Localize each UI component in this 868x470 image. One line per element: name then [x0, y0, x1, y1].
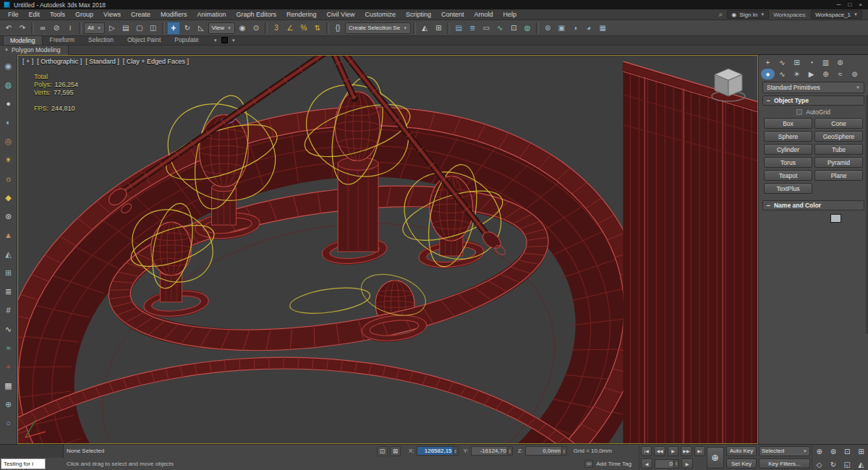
go-to-end-button[interactable]: ▶| — [694, 446, 705, 456]
undo-icon[interactable]: ↶ — [2, 22, 15, 35]
ribbon-overflow-caret-icon[interactable]: ▼ — [213, 38, 218, 43]
sphere-icon[interactable]: ◐ — [1, 115, 16, 129]
curve-editor-icon[interactable]: ∿ — [493, 22, 506, 35]
menu-help[interactable]: Help — [498, 9, 522, 20]
selection-set-dropdown[interactable]: Selected▼ — [759, 446, 810, 456]
daylight-icon[interactable]: ☼ — [1, 171, 16, 186]
layer-explorer-icon[interactable]: ≣ — [466, 22, 479, 35]
ribbon-tab-object-paint[interactable]: Object Paint — [121, 35, 167, 45]
grid-icon[interactable]: ▦ — [1, 378, 16, 393]
angle-snap-icon[interactable]: ∠ — [284, 22, 297, 35]
viewport-menu-plus[interactable]: [ + ] — [22, 58, 33, 65]
primitive-button-geosphere[interactable]: GeoSphere — [814, 131, 863, 142]
z-coordinate-field[interactable]: 0,0mm▲▼ — [525, 446, 567, 456]
zoom-icon[interactable]: ⊕ — [814, 446, 825, 457]
menu-animation[interactable]: Animation — [192, 9, 231, 20]
selection-filter-dropdown[interactable]: All▼ — [84, 22, 105, 34]
x-coordinate-field[interactable]: 126582,15▲▼ — [417, 446, 459, 456]
snowflake-icon[interactable]: ⊛ — [1, 209, 16, 223]
viewport-menu-shading[interactable]: [ Clay + Edged Faces ] — [123, 58, 189, 65]
select-and-rotate-icon[interactable]: ↻ — [181, 22, 194, 35]
align-tool-icon[interactable]: ⊕ — [1, 397, 16, 411]
add-time-tag[interactable]: ▭ Add Time Tag — [584, 460, 639, 468]
cone-icon[interactable]: ▲ — [1, 228, 16, 242]
mirror-icon[interactable]: ◭ — [418, 22, 431, 35]
edit-named-selection-sets-icon[interactable]: {} — [331, 22, 344, 35]
object-color-swatch[interactable] — [830, 214, 841, 223]
autogrid-checkbox[interactable] — [796, 109, 802, 115]
y-coordinate-field[interactable]: -16124,70▲▼ — [471, 446, 513, 456]
primitive-button-plane[interactable]: Plane — [814, 170, 863, 181]
menu-arnold[interactable]: Arnold — [469, 9, 498, 20]
space-warps-category[interactable]: ≈ — [833, 69, 847, 80]
ribbon-options-caret-icon[interactable]: ▼ — [231, 38, 236, 43]
menu-tools[interactable]: Tools — [45, 9, 70, 20]
isolate-selection-icon[interactable]: ⊡ — [377, 446, 388, 456]
display-tab[interactable]: ▥ — [819, 57, 833, 68]
ribbon-tab-populate[interactable]: Populate — [168, 35, 205, 45]
zoom-region-icon[interactable]: ⊞ — [855, 446, 867, 457]
primitive-button-box[interactable]: Box — [764, 118, 812, 129]
previous-frame-button[interactable]: ◀◀ — [654, 446, 665, 456]
cameras-category[interactable]: ▶ — [804, 69, 818, 80]
camera-icon[interactable]: ◉ — [1, 59, 16, 73]
primitive-button-textplus[interactable]: TextPlus — [764, 183, 812, 194]
unlink-selection-icon[interactable]: ⊘ — [50, 22, 63, 35]
geometry-category[interactable]: ● — [761, 69, 775, 80]
key-filters-button[interactable]: Key Filters... — [759, 458, 810, 469]
primitive-button-cone[interactable]: Cone — [814, 118, 863, 129]
spline-icon[interactable]: ∿ — [1, 322, 16, 336]
reference-coordinate-dropdown[interactable]: View▼ — [208, 22, 235, 34]
next-frame-button[interactable]: ▶▶ — [681, 446, 692, 456]
render-in-cloud-icon[interactable]: ▦ — [596, 22, 609, 35]
rectangular-selection-icon[interactable]: ▢ — [133, 22, 146, 35]
pan-icon[interactable]: ◇ — [814, 459, 825, 470]
wind-icon[interactable]: ≈ — [1, 341, 16, 355]
auto-key-button[interactable]: Auto Key — [726, 446, 757, 456]
zoom-all-icon[interactable]: ⊛ — [827, 446, 839, 457]
redo-icon[interactable]: ↷ — [16, 22, 29, 35]
current-frame-field[interactable]: 0▲▼ — [655, 459, 679, 469]
select-by-name-icon[interactable]: ▤ — [119, 22, 132, 35]
shapes-category[interactable]: ∿ — [775, 69, 789, 80]
render-production-icon[interactable]: ◑ — [569, 22, 582, 35]
menu-civil-view[interactable]: Civil View — [322, 9, 360, 20]
menu-modifiers[interactable]: Modifiers — [156, 9, 192, 20]
world-icon[interactable]: ○ — [1, 416, 16, 430]
array-icon[interactable]: ⊞ — [1, 265, 16, 280]
viewport-menu-pov[interactable]: [ Orthographic ] — [37, 58, 82, 65]
select-and-manipulate-icon[interactable]: ⊙ — [250, 22, 263, 35]
material-editor-icon[interactable]: ◍ — [521, 22, 534, 35]
name-and-color-rollout[interactable]: − Name and Color — [762, 200, 864, 210]
spotlight-icon[interactable]: ◆ — [1, 190, 16, 205]
zoom-extents-icon[interactable]: ⊡ — [841, 446, 853, 457]
render-iterative-icon[interactable]: ◕ — [582, 22, 595, 35]
light-icon[interactable]: ☀ — [1, 153, 16, 167]
spacing-icon[interactable]: ≣ — [1, 284, 16, 299]
maximize-viewport-icon[interactable]: ◱ — [841, 459, 853, 470]
utilities-tab[interactable]: ⊛ — [833, 57, 847, 68]
play-button[interactable]: ▶ — [668, 446, 678, 456]
menu-create[interactable]: Create — [126, 9, 156, 20]
spinner-snap-icon[interactable]: ⇅ — [311, 22, 324, 35]
window-crossing-icon[interactable]: ◫ — [147, 22, 160, 35]
view-cube[interactable] — [708, 64, 749, 103]
select-and-scale-icon[interactable]: ◺ — [195, 22, 208, 35]
ribbon-tab-selection[interactable]: Selection — [82, 35, 120, 45]
modify-tab[interactable]: ∿ — [775, 57, 789, 68]
maxscript-mini-listener[interactable]: Testing for i — [0, 445, 64, 470]
use-pivot-point-icon[interactable]: ◉ — [236, 22, 249, 35]
render-setup-icon[interactable]: ⊛ — [541, 22, 554, 35]
menu-rendering[interactable]: Rendering — [281, 9, 322, 20]
menu-scripting[interactable]: Scripting — [401, 9, 436, 20]
primitive-button-teapot[interactable]: Teapot — [764, 170, 812, 181]
set-key-button[interactable]: Set Key — [726, 458, 757, 469]
ribbon-tab-freeform[interactable]: Freeform — [43, 35, 81, 45]
selection-lock-icon[interactable]: ⊠ — [390, 446, 401, 456]
geometry-icon[interactable]: ● — [1, 96, 16, 111]
listener-input[interactable]: Testing for i — [1, 458, 46, 469]
primitive-button-cylinder[interactable]: Cylinder — [764, 144, 812, 155]
scene-explorer-icon[interactable]: ▤ — [452, 22, 465, 35]
rendered-frame-window-icon[interactable]: ▣ — [555, 22, 568, 35]
systems-category[interactable]: ⊚ — [848, 69, 861, 80]
